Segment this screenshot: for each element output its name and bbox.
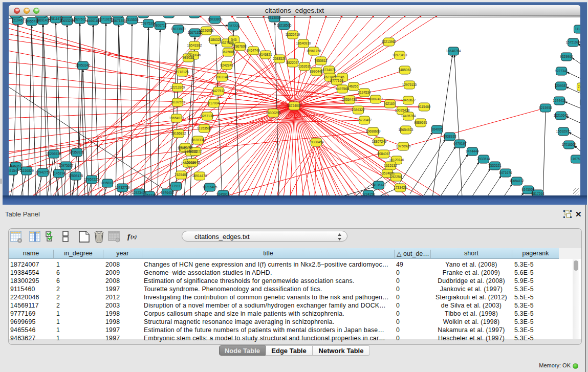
svg-text:17016504: 17016504 bbox=[562, 143, 577, 146]
svg-text:39154: 39154 bbox=[9, 169, 17, 172]
svg-text:2588520: 2588520 bbox=[273, 57, 286, 60]
svg-text:17359928: 17359928 bbox=[70, 150, 84, 154]
svg-text:8976453: 8976453 bbox=[161, 191, 174, 194]
svg-text:9115460: 9115460 bbox=[418, 105, 431, 108]
svg-text:717004: 717004 bbox=[208, 101, 220, 105]
svg-text:11156829: 11156829 bbox=[19, 169, 34, 172]
svg-text:8215958: 8215958 bbox=[539, 106, 552, 110]
svg-text:1362635: 1362635 bbox=[298, 64, 311, 68]
svg-text:1615132: 1615132 bbox=[384, 164, 397, 167]
svg-text:7485063: 7485063 bbox=[398, 68, 411, 72]
svg-text:18807249: 18807249 bbox=[372, 140, 387, 143]
svg-text:12975115: 12975115 bbox=[402, 83, 417, 86]
svg-text:2933514: 2933514 bbox=[477, 157, 490, 161]
svg-text:8186328: 8186328 bbox=[208, 38, 222, 41]
svg-text:17942757: 17942757 bbox=[36, 170, 51, 174]
svg-text:77911: 77911 bbox=[171, 184, 181, 188]
svg-text:19218506: 19218506 bbox=[277, 24, 292, 27]
svg-text:8427512: 8427512 bbox=[212, 89, 225, 93]
svg-text:16210643: 16210643 bbox=[554, 114, 569, 117]
svg-text:9245012: 9245012 bbox=[216, 192, 230, 195]
svg-text:9327508: 9327508 bbox=[221, 41, 234, 45]
svg-text:9457736: 9457736 bbox=[143, 193, 156, 195]
svg-text:3224156: 3224156 bbox=[362, 192, 375, 195]
svg-text:8822037: 8822037 bbox=[286, 61, 299, 64]
svg-text:10958117: 10958117 bbox=[100, 181, 115, 185]
svg-text:16914479: 16914479 bbox=[192, 174, 207, 178]
svg-text:9242848: 9242848 bbox=[220, 63, 233, 67]
svg-text:9889695: 9889695 bbox=[414, 121, 427, 124]
svg-text:6734078: 6734078 bbox=[322, 68, 336, 72]
svg-text:10975657: 10975657 bbox=[59, 164, 74, 167]
svg-text:16782759: 16782759 bbox=[115, 186, 130, 189]
svg-text:20364436: 20364436 bbox=[342, 98, 357, 101]
svg-text:45: 45 bbox=[340, 75, 344, 79]
svg-text:19654933: 19654933 bbox=[169, 116, 184, 120]
svg-text:2967608: 2967608 bbox=[233, 45, 247, 48]
svg-text:16033809: 16033809 bbox=[208, 17, 223, 21]
svg-text:12213369: 12213369 bbox=[170, 85, 185, 89]
svg-text:1733426: 1733426 bbox=[394, 186, 407, 189]
svg-text:17957225: 17957225 bbox=[84, 178, 99, 181]
svg-text:546: 546 bbox=[231, 38, 237, 41]
svg-text:9084067: 9084067 bbox=[377, 152, 390, 156]
svg-text:9227341: 9227341 bbox=[555, 69, 568, 73]
svg-text:18640910: 18640910 bbox=[296, 41, 311, 45]
svg-text:9474444: 9474444 bbox=[466, 149, 479, 153]
svg-text:1621022: 1621022 bbox=[323, 75, 337, 79]
svg-text:10688609: 10688609 bbox=[366, 129, 381, 133]
svg-text:8267130: 8267130 bbox=[201, 114, 214, 118]
svg-text:15720407: 15720407 bbox=[357, 118, 372, 122]
svg-text:12213967: 12213967 bbox=[382, 40, 397, 43]
svg-text:15692971: 15692971 bbox=[556, 129, 571, 133]
svg-text:7625402: 7625402 bbox=[175, 173, 188, 177]
svg-text:116753: 116753 bbox=[571, 157, 580, 161]
svg-text:46266: 46266 bbox=[349, 84, 358, 88]
svg-text:16107553: 16107553 bbox=[170, 100, 185, 104]
svg-text:3675685: 3675685 bbox=[222, 50, 235, 54]
svg-text:2803144: 2803144 bbox=[215, 75, 229, 79]
svg-text:6466160: 6466160 bbox=[86, 19, 100, 23]
svg-text:20206536: 20206536 bbox=[47, 152, 61, 156]
svg-text:15609945: 15609945 bbox=[185, 161, 200, 164]
svg-text:11353594: 11353594 bbox=[197, 126, 212, 130]
svg-text:21046: 21046 bbox=[13, 18, 23, 22]
svg-text:9777169: 9777169 bbox=[330, 79, 343, 82]
svg-text:1244415: 1244415 bbox=[553, 99, 566, 102]
svg-text:11123: 11123 bbox=[575, 27, 580, 31]
svg-text:3124534: 3124534 bbox=[358, 91, 371, 94]
svg-text:8471676: 8471676 bbox=[499, 171, 512, 174]
svg-text:(x): (x) bbox=[130, 234, 137, 240]
svg-text:252254: 252254 bbox=[390, 175, 402, 179]
svg-text:9245052: 9245052 bbox=[521, 188, 535, 191]
svg-text:9329966: 9329966 bbox=[560, 55, 573, 58]
svg-text:6497568: 6497568 bbox=[336, 87, 349, 91]
svg-text:19166822: 19166822 bbox=[171, 132, 186, 135]
svg-text:13716485: 13716485 bbox=[203, 185, 217, 189]
svg-text:10046766: 10046766 bbox=[178, 145, 193, 149]
svg-text:2386322: 2386322 bbox=[352, 108, 365, 112]
svg-text:18724007: 18724007 bbox=[287, 104, 302, 107]
svg-text:16033809: 16033809 bbox=[171, 27, 186, 31]
svg-text:15751074: 15751074 bbox=[566, 40, 580, 44]
svg-text:8878334: 8878334 bbox=[191, 138, 205, 142]
svg-text:13524851: 13524851 bbox=[380, 171, 395, 175]
svg-text:8813054: 8813054 bbox=[268, 16, 281, 19]
svg-text:8990448: 8990448 bbox=[310, 70, 323, 73]
svg-text:9146821: 9146821 bbox=[259, 53, 272, 56]
svg-text:13654923: 13654923 bbox=[399, 128, 413, 132]
svg-text:20053346: 20053346 bbox=[76, 63, 91, 67]
svg-text:13226058: 13226058 bbox=[199, 29, 214, 32]
svg-text:19388454: 19388454 bbox=[309, 140, 324, 144]
svg-text:7955812: 7955812 bbox=[314, 59, 328, 62]
svg-text:9806712: 9806712 bbox=[154, 24, 167, 27]
svg-text:1209387: 1209387 bbox=[554, 84, 568, 87]
svg-text:74620: 74620 bbox=[578, 85, 580, 89]
svg-text:10654112: 10654112 bbox=[510, 179, 525, 183]
svg-text:19756928: 19756928 bbox=[396, 144, 411, 148]
svg-text:1145194: 1145194 bbox=[53, 171, 66, 175]
svg-text:7357224: 7357224 bbox=[227, 24, 240, 28]
svg-text:7532621: 7532621 bbox=[488, 164, 502, 167]
svg-text:8938928: 8938928 bbox=[443, 135, 456, 138]
svg-text:435061: 435061 bbox=[10, 164, 21, 168]
